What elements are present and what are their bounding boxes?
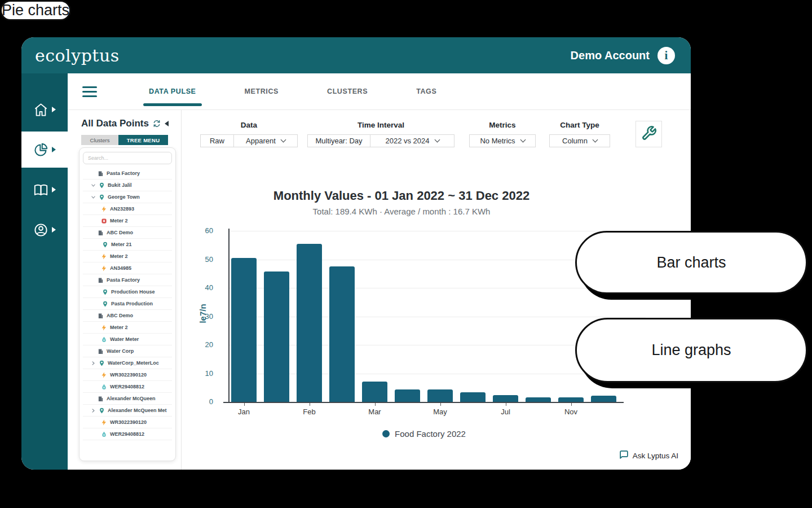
tree-item-water-corp[interactable]: Water Corp <box>83 345 172 357</box>
pie-chart-icon <box>33 142 48 157</box>
menu-icon[interactable] <box>82 86 97 97</box>
tree-item-bukit-jalil[interactable]: Bukit Jalil <box>83 179 172 191</box>
home-icon <box>33 102 48 117</box>
sidebar-item-home[interactable] <box>21 91 68 128</box>
bar-3[interactable] <box>297 244 322 402</box>
building-icon <box>98 348 104 354</box>
bar-7[interactable] <box>427 389 453 402</box>
tree-item-george-town[interactable]: George Town <box>83 191 172 203</box>
sidebar-item-account[interactable] <box>21 212 68 248</box>
tree-item-alexander-mcqueen[interactable]: Alexander McQueen <box>83 393 172 405</box>
app-logo: ecolyptus <box>35 46 120 65</box>
tree-item-wer29408812[interactable]: WER29408812 <box>83 428 172 440</box>
building-icon <box>98 170 104 177</box>
chevron-right-icon <box>91 408 96 413</box>
x-tick-label-nov: Nov <box>554 408 588 416</box>
sidebar-item-charts[interactable] <box>21 132 68 168</box>
bar-9[interactable] <box>493 395 518 402</box>
x-axis-line <box>223 402 624 403</box>
tree-item-pasta-factory[interactable]: Pasta Factory <box>83 168 172 179</box>
tree-item-an232893[interactable]: AN232893 <box>83 203 172 215</box>
tree-item-wr3022390120[interactable]: WR3022390120 <box>83 417 172 428</box>
tree-item-label: Production House <box>111 289 155 295</box>
tab-metrics[interactable]: METRICS <box>245 73 279 110</box>
pin-icon <box>99 408 105 414</box>
tree-item-meter-2[interactable]: Meter 2 <box>83 322 172 334</box>
pin-icon <box>99 182 105 189</box>
tree-column: All Data Points Clusters TREE MENU Pasta… <box>68 110 182 470</box>
bar-5[interactable] <box>362 382 387 402</box>
tab-tree-menu[interactable]: TREE MENU <box>118 135 168 145</box>
tree-item-label: WER29408812 <box>110 384 144 389</box>
tree-item-label: George Town <box>108 194 140 200</box>
callout-bar-charts: Bar charts <box>575 231 807 294</box>
bar-6[interactable] <box>395 389 420 402</box>
tree-item-label: Pasta Factory <box>107 170 140 176</box>
tree-item-label: ABC Demo <box>107 313 133 318</box>
bar-8[interactable] <box>460 392 486 402</box>
x-tick-label-may: May <box>423 408 457 416</box>
chevron-down-icon <box>91 195 96 200</box>
tree-item-label: Alexander McQueen <box>107 396 156 401</box>
bar-12[interactable] <box>591 396 616 402</box>
tab-data-pulse[interactable]: DATA PULSE <box>149 73 196 110</box>
tree-item-pasta-factory[interactable]: Pasta Factory <box>83 274 172 286</box>
tree-item-abc-demo[interactable]: ABC Demo <box>83 227 172 239</box>
water-icon <box>101 431 107 437</box>
tree-list: Pasta FactoryBukit JalilGeorge TownAN232… <box>83 168 172 440</box>
tab-clusters[interactable]: Clusters <box>81 135 118 145</box>
chevron-right-icon <box>52 187 56 192</box>
topnav: DATA PULSEMETRICSCLUSTERSTAGS <box>149 73 436 110</box>
bar-1[interactable] <box>231 258 257 402</box>
bar-4[interactable] <box>329 266 355 402</box>
tree-item-wr3022390120[interactable]: WR3022390120 <box>83 369 172 381</box>
tree-item-an34985[interactable]: AN34985 <box>83 262 172 274</box>
tree-item-label: Bukit Jalil <box>108 182 132 188</box>
tree-item-meter-21[interactable]: Meter 21 <box>83 239 172 251</box>
bolt-icon <box>101 265 107 271</box>
legend-dot <box>382 430 390 437</box>
tree-item-wer29408812[interactable]: WER29408812 <box>83 381 172 393</box>
tree-item-label: WaterCorp_MeterLoc <box>108 360 159 366</box>
tree-item-water-meter[interactable]: Water Meter <box>83 334 172 345</box>
tree-item-label: Meter 2 <box>110 253 128 259</box>
pin-icon <box>102 301 108 307</box>
tree-item-label: Water Meter <box>110 336 139 342</box>
refresh-icon[interactable] <box>153 120 161 128</box>
y-tick-label: 10 <box>193 369 213 378</box>
tree-item-abc-demo[interactable]: ABC Demo <box>83 310 172 322</box>
gridline <box>228 288 646 288</box>
search-input[interactable] <box>83 152 172 164</box>
x-tick-label-jul: Jul <box>489 408 523 416</box>
tree-header: All Data Points <box>81 118 181 129</box>
info-icon[interactable]: i <box>657 47 675 64</box>
collapse-icon[interactable] <box>165 121 169 126</box>
bar-10[interactable] <box>526 397 551 402</box>
y-tick-label: 60 <box>193 226 213 235</box>
tree-item-meter-2[interactable]: Meter 2 <box>83 251 172 262</box>
tree-item-label: WER29408812 <box>110 431 144 437</box>
tree-item-pasta-production[interactable]: Pasta Production <box>83 298 172 310</box>
water-icon <box>101 336 107 343</box>
ask-ai-button[interactable]: Ask Lyptus AI <box>619 450 678 462</box>
x-tick-mark <box>440 403 442 406</box>
bar-2[interactable] <box>264 271 289 402</box>
x-tick-mark <box>375 403 376 406</box>
legend-label: Food Factory 2022 <box>395 429 466 439</box>
tree-item-meter-2[interactable]: Meter 2 <box>83 215 172 227</box>
y-tick-label: 40 <box>193 283 213 292</box>
topbar: DATA PULSEMETRICSCLUSTERSTAGS <box>68 73 691 110</box>
tree-item-label: WR3022390120 <box>110 372 147 378</box>
tree-item-alexander-mcqueen-met[interactable]: Alexander McQueen Met <box>83 405 172 417</box>
tab-clusters[interactable]: CLUSTERS <box>327 73 368 110</box>
bar-11[interactable] <box>558 397 584 402</box>
sidebar-item-library[interactable] <box>21 172 68 208</box>
water-icon <box>101 384 107 390</box>
tree-item-watercorp-meterloc[interactable]: WaterCorp_MeterLoc <box>83 357 172 369</box>
account-area[interactable]: Demo Account i <box>571 47 675 64</box>
tree-item-production-house[interactable]: Production House <box>83 286 172 298</box>
chevron-right-icon <box>52 147 56 152</box>
building-icon <box>98 396 104 402</box>
tab-tags[interactable]: TAGS <box>416 73 436 110</box>
x-tick-label-mar: Mar <box>358 408 392 416</box>
